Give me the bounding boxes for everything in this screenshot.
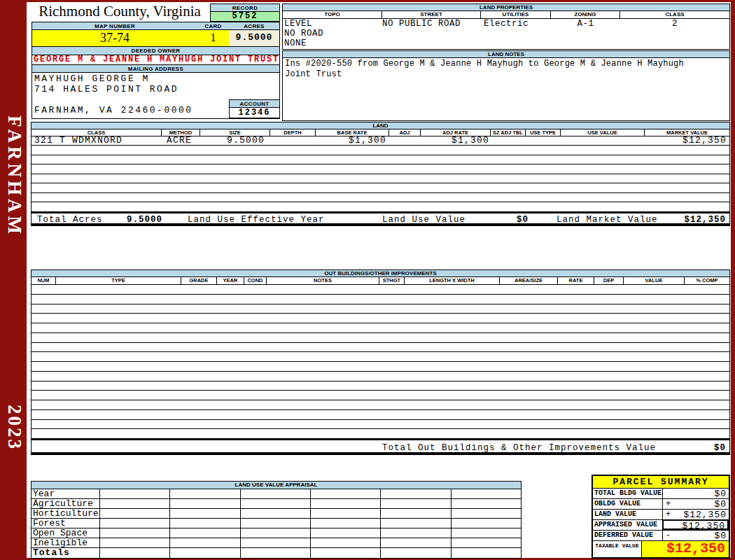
record-value: 5752 (210, 12, 280, 22)
land-properties-values: LEVEL NO ROAD NONE NO PUBLIC ROAD Electr… (283, 19, 729, 49)
land-use-cell (241, 489, 311, 498)
out-buildings-empty-row (31, 420, 729, 430)
col-grade: GRADE (181, 277, 217, 284)
col-num: NUM (31, 277, 56, 284)
land-use-type-cell (526, 136, 561, 145)
deferred-value: $0 (714, 531, 727, 540)
utilities-value: Electric (481, 19, 551, 29)
land-row: 321 T WDMXNORD ACRE 9.5000 $1,300 $1,300… (31, 136, 729, 146)
land-use-row-label: Totals (31, 548, 100, 558)
col-pct-comp: % COMP (685, 277, 729, 284)
class-value: 2 (620, 19, 729, 29)
land-use-row: Forest (31, 519, 521, 528)
owner-block: DEEDED OWNER GEORGE M & JEANNE H MAYHUGH… (31, 47, 280, 119)
summary-row: LAND VALUE + $12,350 (593, 510, 729, 520)
obldg-value-cell: + $0 (663, 499, 729, 509)
land-use-cell (381, 499, 451, 508)
land-use-row-cells (100, 509, 521, 518)
total-acres-value: 9.5000 (112, 215, 162, 225)
summary-row: DEFERRED VALUE - $0 (593, 531, 729, 541)
out-buildings-empty-row (31, 372, 729, 382)
land-use-cell (170, 548, 240, 558)
col-type: TYPE (56, 277, 181, 284)
out-buildings-title: OUT BUILDINGS/OTHER IMPROVEMENTS (31, 270, 729, 277)
out-buildings-empty-row (31, 391, 729, 400)
land-empty-row (31, 202, 729, 212)
zoning-value: A-1 (551, 19, 620, 29)
col-dep: DEP (594, 277, 624, 284)
mailing-address-label: MAILING ADDRESS (32, 64, 279, 73)
deeded-owner-value: GEORGE M & JEANNE H MAYHUGH JOINT TRUST (32, 55, 279, 64)
land-use-appraisal-title: LAND USE VALUE APPRAISAL (31, 482, 521, 489)
land-use-row-label: Forest (31, 519, 100, 528)
land-use-cell (170, 519, 240, 528)
col-year: YEAR (217, 277, 244, 284)
obldg-value-label: OBLDG VALUE (593, 499, 663, 509)
land-use-row: Agriculture (31, 499, 521, 509)
land-use-cell (100, 538, 170, 547)
deferred-value-cell: - $0 (663, 531, 729, 540)
land-use-cell (381, 509, 451, 518)
appraised-value: $12,350 (682, 522, 725, 531)
address-line: MAYHUGH GEORGE M (32, 74, 279, 84)
topo-value: LEVEL (284, 19, 382, 29)
out-buildings-empty-row (31, 343, 729, 353)
land-use-cell (311, 538, 381, 547)
col-rate: RATE (558, 277, 594, 284)
zoning-column-label: ZONING (551, 11, 620, 19)
land-value-label: LAND VALUE (593, 510, 663, 519)
acres-label: ACRES (229, 22, 280, 30)
land-use-cell (241, 548, 311, 558)
land-adj-cell (389, 136, 421, 145)
out-buildings-total-value: $0 (714, 443, 726, 453)
land-use-cell (100, 528, 170, 538)
land-empty-row (31, 164, 729, 174)
land-use-cell (451, 499, 521, 508)
district-label: FARNHAM (1, 113, 25, 239)
land-use-row: Year (31, 489, 521, 499)
land-use-cell (170, 489, 240, 498)
out-buildings-empty-row (31, 295, 729, 304)
land-use-row-label: Ineligible (31, 538, 100, 547)
topo-value: NO ROAD (284, 29, 382, 38)
land-table: LAND CLASS METHOD SIZE DEPTH BASE RATE A… (31, 122, 730, 226)
out-buildings-header: NUM TYPE GRADE YEAR COND NOTES STHGT LEN… (31, 277, 729, 285)
account-value: 12346 (229, 108, 280, 118)
out-buildings-empty-row (31, 400, 729, 410)
col-area-size: AREA/SIZE (500, 277, 558, 284)
summary-row: APPRAISED VALUE $12,350 (593, 520, 729, 531)
land-market-value-cell: $12,350 (645, 136, 729, 145)
land-use-row-totals: Totals (31, 548, 521, 558)
col-sz-adj-tbl: SZ ADJ TBL (491, 130, 526, 136)
land-depth-cell (270, 136, 316, 145)
land-empty-rows (31, 146, 729, 212)
out-buildings-empty-row (31, 429, 729, 439)
land-use-row-label: Open Space (31, 528, 100, 538)
land-use-cell (170, 499, 240, 508)
land-use-cell (311, 548, 381, 558)
land-empty-row (31, 174, 729, 184)
out-buildings-empty-row (31, 285, 729, 295)
property-record-card: FARNHAM 2023 Richmond County, Virginia C… (0, 0, 735, 560)
land-size-cell: 9.5000 (200, 136, 270, 145)
land-use-row-cells (100, 519, 521, 528)
land-use-cell (100, 519, 170, 528)
land-use-cell (170, 538, 240, 547)
land-notes-text: Ins #2020-550 from George M & Jeanne H M… (283, 58, 729, 120)
total-bldg-value: $0 (714, 489, 727, 498)
topo-values: LEVEL NO ROAD NONE (283, 19, 382, 49)
record-box: RECORD 5752 (210, 4, 280, 22)
out-buildings-total-label: Total Out Buildings & Other Improvements… (382, 443, 656, 453)
land-use-value-cell (561, 136, 645, 145)
out-buildings-total-row: Total Out Buildings & Other Improvements… (31, 439, 729, 454)
land-use-row-cells (100, 538, 521, 547)
out-buildings-empty-row (31, 333, 729, 343)
land-method-cell: ACRE (162, 136, 200, 145)
summary-row: TOTAL BLDG VALUE $0 (593, 489, 729, 499)
land-properties-title: LAND PROPERTIES (283, 4, 729, 11)
summary-row: OBLDG VALUE + $0 (593, 499, 729, 510)
land-empty-row (31, 155, 729, 165)
land-market-value-label: Land Market Value (556, 215, 658, 225)
land-use-effective-year-label: Land Use Effective Year (188, 215, 325, 225)
col-sthgt: STHGT (379, 277, 405, 284)
